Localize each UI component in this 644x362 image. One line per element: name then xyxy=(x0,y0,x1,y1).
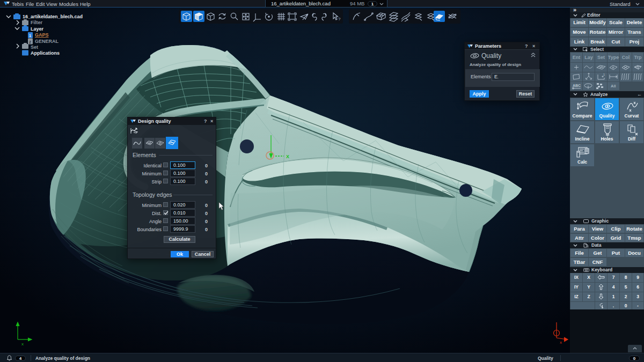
svg-text:X: X xyxy=(286,154,289,159)
svg-text:x: x xyxy=(560,340,562,345)
svg-text:1: 1 xyxy=(29,34,31,38)
svg-text:x: x xyxy=(21,342,24,346)
svg-text:ABC: ABC xyxy=(573,84,581,87)
svg-text:2: 2 xyxy=(29,40,31,44)
svg-text:All: All xyxy=(611,84,616,88)
svg-text:1: 1 xyxy=(603,73,605,76)
svg-text:?: ? xyxy=(338,17,341,21)
